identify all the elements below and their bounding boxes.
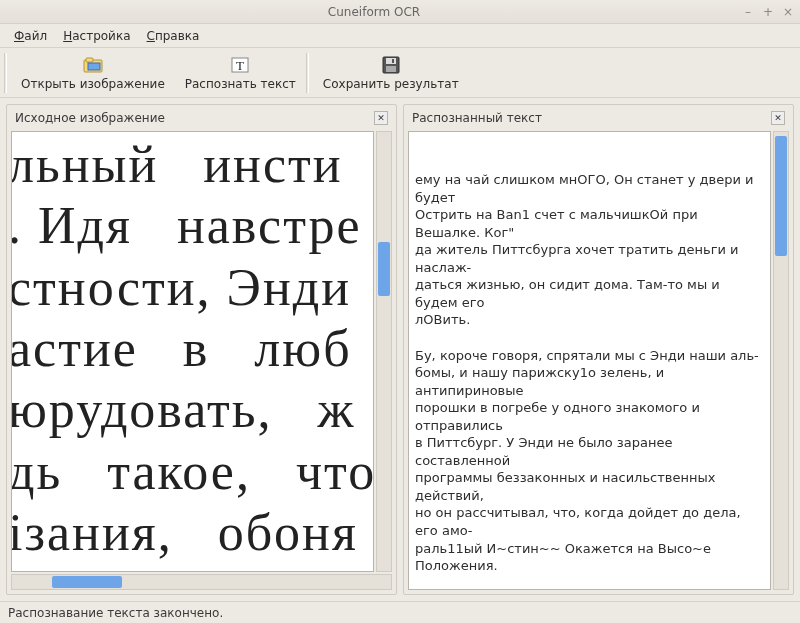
save-result-label: Сохранить результат [323,77,459,91]
svg-rect-6 [386,58,396,64]
statusbar: Распознавание текста закончено. [0,601,800,623]
svg-rect-2 [88,63,100,70]
toolbar-separator [306,53,309,93]
source-image-pane: Исходное изображение ✕ льный инсти . Идя… [6,104,397,595]
window-title: Cuneiform OCR [6,5,742,19]
result-pane-title: Распознанный текст [412,111,542,125]
source-horizontal-scrollbar[interactable] [11,574,392,590]
save-result-icon [382,55,400,75]
window-controls: – + × [742,5,794,19]
save-result-button[interactable]: Сохранить результат [313,50,469,96]
result-vscroll-thumb[interactable] [775,136,787,256]
svg-rect-7 [386,66,396,72]
close-window-button[interactable]: × [782,5,794,19]
result-pane-header: Распознанный текст ✕ [404,105,793,131]
source-image-viewport[interactable]: льный инсти . Идя навстре стности, Энди … [11,131,374,572]
source-pane-header: Исходное изображение ✕ [7,105,396,131]
recognized-text-pane: Распознанный текст ✕ ему на чай слишком … [403,104,794,595]
menu-settings[interactable]: Настройка [57,27,136,45]
source-image-content: льный инсти . Идя навстре стности, Энди … [11,134,374,564]
recognized-text-viewport[interactable]: ему на чай слишком мнОГО, Он станет у дв… [408,131,771,590]
source-vscroll-thumb[interactable] [378,242,390,296]
window-titlebar: Cuneiform OCR – + × [0,0,800,24]
menu-help[interactable]: Справка [141,27,206,45]
menu-file[interactable]: Файл [8,27,53,45]
main-panes: Исходное изображение ✕ льный инсти . Идя… [0,98,800,601]
svg-rect-1 [86,58,93,62]
recognize-text-button[interactable]: T Распознать текст [175,50,306,96]
result-vertical-scrollbar[interactable] [773,131,789,590]
source-pane-title: Исходное изображение [15,111,165,125]
maximize-button[interactable]: + [762,5,774,19]
toolbar-grip [4,53,7,93]
recognize-text-label: Распознать текст [185,77,296,91]
status-text: Распознавание текста закончено. [8,606,223,620]
svg-rect-8 [392,59,394,63]
toolbar: Открыть изображение T Распознать текст С… [0,48,800,98]
source-pane-close-icon[interactable]: ✕ [374,111,388,125]
minimize-button[interactable]: – [742,5,754,19]
menubar: Файл Настройка Справка [0,24,800,48]
svg-text:T: T [236,58,244,73]
open-image-icon [83,55,103,75]
open-image-label: Открыть изображение [21,77,165,91]
source-vertical-scrollbar[interactable] [376,131,392,572]
open-image-button[interactable]: Открыть изображение [11,50,175,96]
recognize-text-icon: T [230,55,250,75]
source-hscroll-thumb[interactable] [52,576,122,588]
recognized-text-content: ему на чай слишком мнОГО, Он станет у дв… [415,171,764,590]
result-pane-close-icon[interactable]: ✕ [771,111,785,125]
